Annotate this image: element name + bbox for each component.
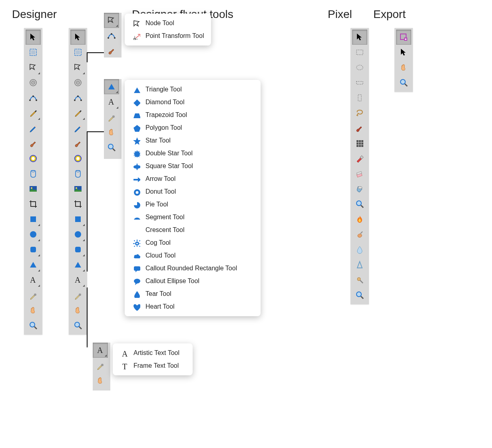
square-tool-icon[interactable] [26,212,41,227]
artboard-tool-icon[interactable] [26,45,41,60]
double-star-icon [132,149,141,158]
drop-tool-icon[interactable] [352,242,367,257]
vector-tool-icon[interactable] [70,90,86,105]
flyout-item-cloud[interactable]: Cloud Tool [126,249,259,262]
square-tool-icon[interactable] [70,212,86,227]
circle-tool-icon[interactable] [70,227,86,242]
hand-tool-icon[interactable] [93,373,108,388]
node-tool-icon[interactable] [104,13,119,28]
hand-tool-icon[interactable] [396,60,411,75]
node-flyout-panel: Node ToolPoint Transform Tool [125,14,211,46]
node-tool-icon[interactable] [70,60,86,75]
roundrect-tool-icon[interactable] [70,242,86,257]
flyout-item-tear[interactable]: Tear Tool [126,287,259,300]
flyout-item-trapezoid[interactable]: Trapezoid Tool [126,109,259,121]
brush2-tool-icon[interactable] [352,121,367,136]
triangle-tool-icon[interactable] [70,257,86,272]
hand-tool-icon[interactable] [26,303,41,318]
flyout-item-frame-text[interactable]: Frame Text Tool [114,359,191,372]
hand-tool-icon[interactable] [104,125,119,140]
pencil-tool-icon[interactable] [26,121,41,136]
circle-tool-icon[interactable] [26,227,41,242]
flyout-item-callout-ellipse[interactable]: Callout Ellipse Tool [126,275,259,287]
sharpen-tool-icon[interactable] [352,257,367,272]
flyout-item-heart[interactable]: Heart Tool [126,300,259,313]
crop-tool-icon[interactable] [26,196,41,212]
flyout-item-cog[interactable]: Cog Tool [126,236,259,249]
brush-tool-icon[interactable] [70,136,86,151]
eyedrop-tool-icon[interactable] [70,287,86,303]
pencil-tool-icon[interactable] [70,121,86,136]
flame-tool-icon[interactable] [352,212,367,227]
hand-tool-icon[interactable] [70,303,86,318]
move-tool-icon[interactable] [70,30,86,45]
flyout-item-callout-rect[interactable]: Callout Rounded Rectangle Tool [126,262,259,275]
smudge-tool-icon[interactable] [352,227,367,242]
eyedrop-tool-icon[interactable] [26,287,41,303]
triangle-tool-icon[interactable] [26,257,41,272]
colorpick-tool-icon[interactable] [26,151,41,166]
flyout-item-arrow[interactable]: Arrow Tool [126,172,259,185]
flyout-item-segment[interactable]: Segment Tool [126,211,259,224]
move-tool-icon[interactable] [396,45,411,60]
artboard-tool-icon[interactable] [70,45,86,60]
move-tool-icon[interactable] [26,30,41,45]
marquee-ellipse-tool-icon[interactable] [352,60,367,75]
marquee-col-tool-icon[interactable] [352,90,367,105]
crop-tool-icon[interactable] [70,196,86,212]
grid-tool-icon[interactable] [352,136,367,151]
flyout-item-artistic-text[interactable]: Artistic Text Tool [114,347,191,359]
zoom-tool-icon[interactable] [70,318,86,333]
eyedrop-tool-icon[interactable] [104,109,119,125]
vector-tool-icon[interactable] [26,90,41,105]
brush-tool-icon[interactable] [26,136,41,151]
text-tool-icon[interactable] [26,272,41,287]
paint-tool-icon[interactable] [352,151,367,166]
flyout-item-pie[interactable]: Pie Tool [126,198,259,211]
flyout-item-double-star[interactable]: Double Star Tool [126,147,259,160]
zoom-tool-icon[interactable] [26,318,41,333]
node-tool-icon[interactable] [26,60,41,75]
flyout-item-diamond[interactable]: Diamond Tool [126,96,259,109]
move-tool-icon[interactable] [352,30,367,45]
bucket-tool-icon[interactable] [352,181,367,196]
roundrect-tool-icon[interactable] [26,242,41,257]
flyout-item-polygon[interactable]: Polygon Tool [126,121,259,134]
flyout-item-square-star[interactable]: Square Star Tool [126,160,259,172]
pen-tool-icon[interactable] [70,105,86,121]
text-tool-icon[interactable] [70,272,86,287]
tear-icon [132,289,141,298]
pen-tool-icon[interactable] [26,105,41,121]
flyout-item-label: Segment Tool [145,214,185,221]
picture-tool-icon[interactable] [70,181,86,196]
glass-tool-icon[interactable] [26,166,41,181]
flyout-item-star[interactable]: Star Tool [126,134,259,147]
marquee-rect-tool-icon[interactable] [352,45,367,60]
corner-tool-icon[interactable] [70,75,86,90]
glass-tool-icon[interactable] [70,166,86,181]
eyedrop-tool-icon[interactable] [93,358,108,373]
flyout-item-donut[interactable]: Donut Tool [126,185,259,198]
lasso-tool-icon[interactable] [352,105,367,121]
picture-tool-icon[interactable] [26,181,41,196]
flyout-item-crescent[interactable]: Crescent Tool [126,224,259,236]
clone-tool-icon[interactable] [352,272,367,287]
zoom-tool-icon[interactable] [104,140,119,155]
erase-tool-icon[interactable] [352,166,367,181]
flyout-item-node[interactable]: Node Tool [126,17,209,30]
slice-tool-icon[interactable] [396,30,411,45]
zoom-tool-icon[interactable] [352,287,367,303]
brush-tool-icon[interactable] [104,43,119,58]
flyout-item-triangle[interactable]: Triangle Tool [126,83,259,96]
zoom-tool-icon[interactable] [352,196,367,212]
colorpick-tool-icon[interactable] [70,151,86,166]
zoom-tool-icon[interactable] [396,75,411,90]
vector-tool-icon[interactable] [104,28,119,43]
marquee-free-tool-icon[interactable] [352,75,367,90]
triangle-tool-icon[interactable] [104,79,119,94]
diamond-icon [132,98,141,107]
flyout-item-point-transform[interactable]: Point Transform Tool [126,30,209,42]
text-tool-icon[interactable] [93,343,108,358]
text-tool-icon[interactable] [104,94,119,109]
corner-tool-icon[interactable] [26,75,41,90]
